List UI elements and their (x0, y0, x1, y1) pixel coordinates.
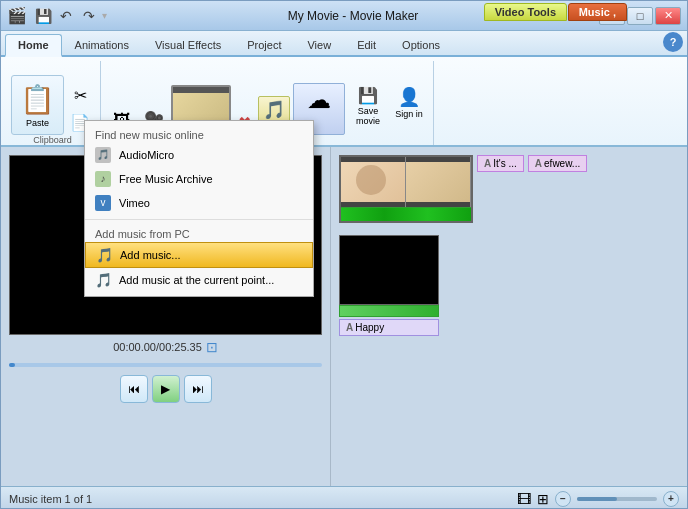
storyboard-panel: A It's ... A efwew... A Happy (331, 147, 687, 486)
expand-icon[interactable]: ⊡ (206, 339, 218, 355)
filmstrip-view-btn[interactable]: 🎞 (517, 491, 531, 507)
audiomicro-icon: 🎵 (95, 147, 111, 163)
audio-bar-2 (339, 305, 439, 317)
seek-bar[interactable] (9, 363, 322, 367)
story-item-2: A Happy (339, 235, 439, 336)
find-music-online-label: Find new music online (85, 125, 313, 143)
tab-edit[interactable]: Edit (344, 34, 389, 55)
add-music-icon: 🎵 (96, 247, 112, 263)
zoom-slider[interactable] (577, 497, 657, 501)
film-cell-1[interactable] (341, 157, 406, 207)
paste-icon: 📋 (20, 83, 55, 116)
music-icon: 🎵 (263, 99, 285, 121)
zoom-in-btn[interactable]: + (663, 491, 679, 507)
status-text: Music item 1 of 1 (9, 493, 92, 505)
maximize-btn[interactable]: □ (627, 7, 653, 25)
film-cell-2[interactable] (406, 157, 471, 207)
fma-icon: ♪ (95, 171, 111, 187)
tab-home[interactable]: Home (5, 34, 62, 57)
cut-btn[interactable]: ✂ (66, 83, 94, 108)
storyboard-view-btn[interactable]: ⊞ (537, 491, 549, 507)
save-icon: 💾 (358, 86, 378, 105)
tab-view[interactable]: View (294, 34, 344, 55)
close-btn[interactable]: ✕ (655, 7, 681, 25)
menu-item-fma[interactable]: ♪ Free Music Archive (85, 167, 313, 191)
status-right: 🎞 ⊞ − + (517, 491, 679, 507)
app-icon: 🎬 (7, 6, 27, 25)
caption-happy[interactable]: A Happy (339, 319, 439, 336)
clipboard-label: Clipboard (11, 135, 94, 145)
caption-1[interactable]: A It's ... (477, 155, 524, 172)
music-dropdown-menu: Find new music online 🎵 AudioMicro ♪ Fre… (84, 120, 314, 297)
black-video-thumb[interactable] (339, 235, 439, 305)
save-movie-btn[interactable]: 💾 Save movie (348, 83, 388, 135)
cut-icon: ✂ (74, 86, 87, 105)
playback-controls: ⏮ ▶ ⏭ (9, 375, 322, 403)
tab-visual-effects[interactable]: Visual Effects (142, 34, 234, 55)
video-tools-tab[interactable]: Video Tools (484, 3, 567, 21)
tab-animations[interactable]: Animations (62, 34, 142, 55)
ribbon-tabs: Home Animations Visual Effects Project V… (1, 31, 687, 57)
menu-item-audiomicro[interactable]: 🎵 AudioMicro (85, 143, 313, 167)
quick-access-toolbar: 💾 ↶ ↷ ▾ (33, 6, 107, 26)
menu-separator (85, 219, 313, 220)
user-icon: 👤 (398, 86, 420, 108)
status-bar: Music item 1 of 1 🎞 ⊞ − + (1, 486, 687, 509)
add-at-point-icon: 🎵 (95, 272, 111, 288)
menu-item-vimeo[interactable]: v Vimeo (85, 191, 313, 215)
vimeo-icon: v (95, 195, 111, 211)
music-tab[interactable]: Music , (568, 3, 627, 21)
rewind-btn[interactable]: ⏮ (120, 375, 148, 403)
redo-btn[interactable]: ↷ (79, 6, 99, 26)
play-btn[interactable]: ▶ (152, 375, 180, 403)
cloud-icon: ☁ (307, 86, 331, 114)
paste-button[interactable]: 📋 Paste (11, 75, 64, 135)
time-display: 00:00.00/00:25.35 ⊡ (9, 339, 322, 355)
zoom-out-btn[interactable]: − (555, 491, 571, 507)
sign-in-btn[interactable]: 👤 Sign in (391, 83, 427, 135)
menu-item-add-at-point[interactable]: 🎵 Add music at the current point... (85, 268, 313, 292)
film-strip-row: A It's ... A efwew... (339, 155, 679, 223)
tab-options[interactable]: Options (389, 34, 453, 55)
menu-item-add-music[interactable]: 🎵 Add music... (85, 242, 313, 268)
undo-btn[interactable]: ↶ (56, 6, 76, 26)
caption-2[interactable]: A efwew... (528, 155, 587, 172)
tab-project[interactable]: Project (234, 34, 294, 55)
help-button[interactable]: ? (663, 32, 683, 52)
add-from-pc-label: Add music from PC (85, 224, 313, 242)
save-quick-btn[interactable]: 💾 (33, 6, 53, 26)
fast-forward-btn[interactable]: ⏭ (184, 375, 212, 403)
title-bar: 🎬 💾 ↶ ↷ ▾ My Movie - Movie Maker Video T… (1, 1, 687, 31)
